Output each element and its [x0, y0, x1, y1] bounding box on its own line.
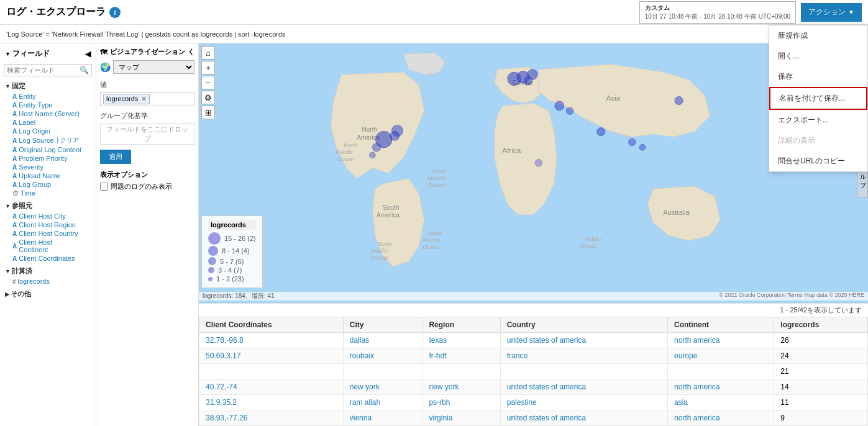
table-cell-4-4[interactable]: asia: [668, 395, 774, 410]
other-section-title[interactable]: ▶ その他: [5, 288, 91, 300]
col-header-continent: Continent: [668, 317, 774, 333]
menu-item-new[interactable]: 新規作成: [769, 25, 867, 46]
legend-circle-1: [208, 232, 221, 245]
menu-item-save-as[interactable]: 名前を付けて保存...: [769, 87, 867, 110]
sidebar-item-client-continent[interactable]: AClient Host Continent: [5, 238, 91, 254]
sidebar-item-problem-priority[interactable]: AProblem Priority: [5, 154, 91, 163]
sidebar-item-log-group[interactable]: ALog Group: [5, 180, 91, 189]
viz-type-select[interactable]: マップ: [113, 60, 194, 74]
table-cell-1-0[interactable]: 50.69,3.17: [199, 348, 344, 364]
sidebar-title: ▼ フィールド: [5, 48, 50, 59]
sidebar-item-log-source[interactable]: ALog Source | クリア: [5, 135, 91, 145]
svg-text:Australia: Australia: [664, 209, 690, 216]
map-layers-button[interactable]: ⊞: [201, 106, 215, 119]
table-cell-1-2[interactable]: fr-hdf: [423, 348, 500, 364]
sidebar-item-client-city[interactable]: AClient Host City: [5, 212, 91, 220]
action-dropdown-arrow: ▼: [848, 9, 854, 16]
query-content: 'Log Source' = 'Network Firewall Threat …: [6, 30, 286, 38]
table-cell-0-0[interactable]: 32.78,-96.8: [199, 333, 344, 348]
sidebar-section-calculated: ▼ 計算済 #logrecords: [0, 264, 96, 287]
group-drop-zone[interactable]: フィールドをここにドロップ: [100, 123, 194, 145]
table-cell-4-2[interactable]: ps-rbh: [423, 395, 500, 410]
svg-point-35: [675, 96, 683, 104]
sidebar-item-upload-name[interactable]: AUpload Name: [5, 171, 91, 180]
svg-text:Indian: Indian: [585, 236, 601, 242]
svg-text:Pacific: Pacific: [372, 248, 388, 254]
table-cell-3-1[interactable]: new york: [343, 379, 423, 395]
sidebar-search-input[interactable]: [7, 66, 80, 74]
menu-item-copy-url[interactable]: 問合せURLのコピー: [769, 151, 867, 171]
viz-collapse-icon[interactable]: く: [188, 47, 194, 57]
table-cell-0-4[interactable]: north america: [668, 333, 774, 348]
reference-section-title[interactable]: ▼ 参照元: [5, 200, 91, 212]
svg-text:North: North: [362, 126, 378, 133]
sidebar-item-entity-type[interactable]: AEntity Type: [5, 101, 91, 109]
group-label: グループ化基準: [100, 111, 194, 120]
table-cell-3-3[interactable]: united states of america: [500, 379, 667, 395]
sidebar-item-original-log[interactable]: AOriginal Log Content: [5, 145, 91, 154]
table-cell-2-3: [500, 364, 667, 379]
sidebar-search-box[interactable]: 🔍: [4, 64, 92, 76]
table-cell-4-0[interactable]: 31.9,35.2: [199, 395, 344, 410]
legend-title: logrecords: [208, 220, 256, 230]
table-cell-5-0[interactable]: 38.93,-77.26: [199, 410, 344, 426]
sidebar-item-client-country[interactable]: AClient Host Country: [5, 229, 91, 238]
time-range-text: 10月 27 10:48 午前 - 10月 28 10:48 午前 UTC+09…: [645, 12, 790, 21]
sidebar-header: ▼ フィールド ◀: [0, 46, 96, 61]
table-cell-0-1[interactable]: dallas: [343, 333, 423, 348]
sidebar-item-label[interactable]: ALabel: [5, 118, 91, 127]
viz-panel-header: 🗺 ビジュアライゼーション く: [100, 47, 194, 57]
table-cell-3-2[interactable]: new york: [423, 379, 500, 395]
sidebar-section-other: ▶ その他: [0, 287, 96, 301]
field-value-input[interactable]: logrecords ✕: [100, 92, 194, 106]
table-cell-0-2[interactable]: texas: [423, 333, 500, 348]
table-cell-1-1[interactable]: roubaix: [343, 348, 423, 364]
sidebar: ▼ フィールド ◀ 🔍 ▼ 固定 AEntity AEntity Type AH…: [0, 43, 96, 426]
table-cell-1-3[interactable]: france: [500, 348, 667, 364]
field-value-remove[interactable]: ✕: [141, 95, 147, 102]
svg-point-34: [639, 144, 646, 150]
sidebar-item-hostname[interactable]: AHost Name (Server): [5, 109, 91, 118]
table-cell-5-3[interactable]: united states of america: [500, 410, 667, 426]
map-settings-button[interactable]: ⚙: [201, 91, 215, 104]
table-cell-5-2[interactable]: virginia: [423, 410, 500, 426]
legend-circle-3: [208, 257, 216, 265]
header-right: カスタム 10月 27 10:48 午前 - 10月 28 10:48 午前 U…: [639, 1, 862, 24]
problem-only-checkbox[interactable]: [100, 183, 108, 191]
table-cell-3-0[interactable]: 40.72,-74: [199, 379, 344, 395]
svg-point-38: [369, 152, 375, 158]
sidebar-item-time[interactable]: ⏱Time: [5, 189, 91, 197]
menu-item-open[interactable]: 開く...: [769, 46, 867, 66]
table-cell-0-3[interactable]: united states of america: [500, 333, 667, 348]
time-range-button[interactable]: カスタム 10月 27 10:48 午前 - 10月 28 10:48 午前 U…: [639, 1, 796, 24]
table-cell-5-4[interactable]: north america: [668, 410, 774, 426]
sidebar-item-client-coords[interactable]: AClient Coordinates: [5, 254, 91, 263]
action-button[interactable]: アクション ▼: [801, 3, 862, 22]
table-cell-5-1[interactable]: vienna: [343, 410, 423, 426]
sidebar-item-entity[interactable]: AEntity: [5, 92, 91, 101]
info-icon[interactable]: i: [109, 7, 121, 18]
calculated-section-title[interactable]: ▼ 計算済: [5, 265, 91, 277]
map-area[interactable]: ⌂ + − ⚙ ⊞: [199, 43, 868, 303]
sidebar-item-severity[interactable]: ASeverity: [5, 163, 91, 171]
menu-item-export[interactable]: エクスポート...: [769, 110, 867, 130]
map-zoom-in-button[interactable]: +: [201, 61, 215, 75]
menu-item-save[interactable]: 保存: [769, 66, 867, 87]
sidebar-item-logrecords[interactable]: #logrecords: [5, 277, 91, 286]
map-zoom-out-button[interactable]: −: [201, 76, 215, 89]
table-cell-3-4[interactable]: north america: [668, 379, 774, 395]
table-cell-2-5: 21: [774, 364, 868, 379]
table-cell-4-3[interactable]: palestine: [500, 395, 667, 410]
fixed-section-title[interactable]: ▼ 固定: [5, 80, 91, 92]
svg-text:North: North: [432, 168, 445, 174]
sidebar-collapse-icon[interactable]: ◀: [85, 50, 91, 58]
menu-item-details: 詳細の表示: [769, 130, 867, 151]
sidebar-item-client-region[interactable]: AClient Host Region: [5, 220, 91, 229]
table-cell-1-4[interactable]: europe: [668, 348, 774, 364]
sidebar-item-log-origin[interactable]: ALog Origin: [5, 127, 91, 135]
table-cell-4-1[interactable]: ram allah: [343, 395, 423, 410]
map-home-button[interactable]: ⌂: [201, 46, 215, 60]
table-header-row: Client Coordinates City Region Country C…: [199, 317, 868, 333]
header: ログ・エクスプローラ i カスタム 10月 27 10:48 午前 - 10月 …: [0, 0, 868, 25]
apply-button[interactable]: 適用: [100, 150, 131, 164]
